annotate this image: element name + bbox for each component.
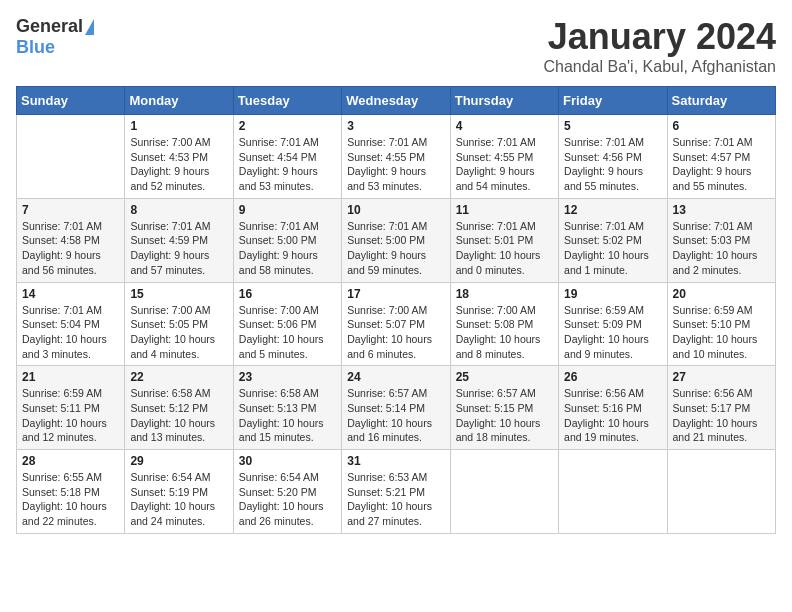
day-detail: Sunrise: 6:54 AMSunset: 5:19 PMDaylight:…	[130, 470, 227, 529]
day-detail: Sunrise: 6:57 AMSunset: 5:15 PMDaylight:…	[456, 386, 553, 445]
day-of-week-saturday: Saturday	[667, 87, 775, 115]
calendar-cell	[450, 450, 558, 534]
calendar-cell: 29Sunrise: 6:54 AMSunset: 5:19 PMDayligh…	[125, 450, 233, 534]
day-number: 10	[347, 203, 444, 217]
calendar-cell: 13Sunrise: 7:01 AMSunset: 5:03 PMDayligh…	[667, 198, 775, 282]
calendar-cell: 21Sunrise: 6:59 AMSunset: 5:11 PMDayligh…	[17, 366, 125, 450]
calendar-cell: 15Sunrise: 7:00 AMSunset: 5:05 PMDayligh…	[125, 282, 233, 366]
day-detail: Sunrise: 7:01 AMSunset: 4:55 PMDaylight:…	[347, 135, 444, 194]
calendar-cell	[667, 450, 775, 534]
day-detail: Sunrise: 7:01 AMSunset: 5:03 PMDaylight:…	[673, 219, 770, 278]
day-number: 7	[22, 203, 119, 217]
calendar-cell: 11Sunrise: 7:01 AMSunset: 5:01 PMDayligh…	[450, 198, 558, 282]
calendar-cell: 12Sunrise: 7:01 AMSunset: 5:02 PMDayligh…	[559, 198, 667, 282]
page-header: General Blue January 2024 Chandal Ba'i, …	[16, 16, 776, 76]
day-detail: Sunrise: 7:01 AMSunset: 5:02 PMDaylight:…	[564, 219, 661, 278]
calendar-cell: 4Sunrise: 7:01 AMSunset: 4:55 PMDaylight…	[450, 115, 558, 199]
calendar-week-1: 1Sunrise: 7:00 AMSunset: 4:53 PMDaylight…	[17, 115, 776, 199]
calendar-cell: 8Sunrise: 7:01 AMSunset: 4:59 PMDaylight…	[125, 198, 233, 282]
day-of-week-monday: Monday	[125, 87, 233, 115]
day-number: 17	[347, 287, 444, 301]
day-detail: Sunrise: 7:01 AMSunset: 4:58 PMDaylight:…	[22, 219, 119, 278]
calendar-body: 1Sunrise: 7:00 AMSunset: 4:53 PMDaylight…	[17, 115, 776, 534]
day-detail: Sunrise: 7:01 AMSunset: 5:00 PMDaylight:…	[347, 219, 444, 278]
day-detail: Sunrise: 7:01 AMSunset: 4:56 PMDaylight:…	[564, 135, 661, 194]
day-detail: Sunrise: 6:58 AMSunset: 5:12 PMDaylight:…	[130, 386, 227, 445]
calendar-cell: 3Sunrise: 7:01 AMSunset: 4:55 PMDaylight…	[342, 115, 450, 199]
day-number: 6	[673, 119, 770, 133]
calendar-cell: 1Sunrise: 7:00 AMSunset: 4:53 PMDaylight…	[125, 115, 233, 199]
calendar-cell	[559, 450, 667, 534]
day-number: 23	[239, 370, 336, 384]
logo-blue-text: Blue	[16, 37, 55, 57]
logo-general-text: General	[16, 16, 83, 37]
day-number: 22	[130, 370, 227, 384]
day-detail: Sunrise: 6:54 AMSunset: 5:20 PMDaylight:…	[239, 470, 336, 529]
calendar-week-5: 28Sunrise: 6:55 AMSunset: 5:18 PMDayligh…	[17, 450, 776, 534]
day-detail: Sunrise: 7:01 AMSunset: 5:04 PMDaylight:…	[22, 303, 119, 362]
day-number: 2	[239, 119, 336, 133]
day-detail: Sunrise: 6:53 AMSunset: 5:21 PMDaylight:…	[347, 470, 444, 529]
day-number: 24	[347, 370, 444, 384]
day-detail: Sunrise: 6:59 AMSunset: 5:11 PMDaylight:…	[22, 386, 119, 445]
calendar-cell: 16Sunrise: 7:00 AMSunset: 5:06 PMDayligh…	[233, 282, 341, 366]
day-detail: Sunrise: 7:01 AMSunset: 4:59 PMDaylight:…	[130, 219, 227, 278]
day-number: 30	[239, 454, 336, 468]
logo: General Blue	[16, 16, 94, 58]
day-detail: Sunrise: 6:58 AMSunset: 5:13 PMDaylight:…	[239, 386, 336, 445]
day-of-week-friday: Friday	[559, 87, 667, 115]
day-of-week-sunday: Sunday	[17, 87, 125, 115]
day-number: 25	[456, 370, 553, 384]
day-detail: Sunrise: 6:55 AMSunset: 5:18 PMDaylight:…	[22, 470, 119, 529]
day-of-week-wednesday: Wednesday	[342, 87, 450, 115]
day-number: 26	[564, 370, 661, 384]
day-number: 12	[564, 203, 661, 217]
calendar-cell: 17Sunrise: 7:00 AMSunset: 5:07 PMDayligh…	[342, 282, 450, 366]
page-subtitle: Chandal Ba'i, Kabul, Afghanistan	[543, 58, 776, 76]
day-detail: Sunrise: 7:00 AMSunset: 4:53 PMDaylight:…	[130, 135, 227, 194]
day-number: 4	[456, 119, 553, 133]
calendar-cell: 5Sunrise: 7:01 AMSunset: 4:56 PMDaylight…	[559, 115, 667, 199]
day-number: 16	[239, 287, 336, 301]
day-detail: Sunrise: 6:56 AMSunset: 5:17 PMDaylight:…	[673, 386, 770, 445]
calendar-cell: 30Sunrise: 6:54 AMSunset: 5:20 PMDayligh…	[233, 450, 341, 534]
day-detail: Sunrise: 7:00 AMSunset: 5:08 PMDaylight:…	[456, 303, 553, 362]
calendar-cell: 20Sunrise: 6:59 AMSunset: 5:10 PMDayligh…	[667, 282, 775, 366]
day-detail: Sunrise: 6:59 AMSunset: 5:10 PMDaylight:…	[673, 303, 770, 362]
calendar-cell: 14Sunrise: 7:01 AMSunset: 5:04 PMDayligh…	[17, 282, 125, 366]
calendar-cell: 2Sunrise: 7:01 AMSunset: 4:54 PMDaylight…	[233, 115, 341, 199]
day-of-week-tuesday: Tuesday	[233, 87, 341, 115]
day-number: 29	[130, 454, 227, 468]
days-of-week-row: SundayMondayTuesdayWednesdayThursdayFrid…	[17, 87, 776, 115]
calendar-cell: 10Sunrise: 7:01 AMSunset: 5:00 PMDayligh…	[342, 198, 450, 282]
day-number: 19	[564, 287, 661, 301]
calendar-cell: 28Sunrise: 6:55 AMSunset: 5:18 PMDayligh…	[17, 450, 125, 534]
day-number: 20	[673, 287, 770, 301]
day-detail: Sunrise: 7:00 AMSunset: 5:05 PMDaylight:…	[130, 303, 227, 362]
day-detail: Sunrise: 7:01 AMSunset: 4:57 PMDaylight:…	[673, 135, 770, 194]
day-number: 1	[130, 119, 227, 133]
day-number: 18	[456, 287, 553, 301]
calendar-cell	[17, 115, 125, 199]
day-number: 3	[347, 119, 444, 133]
day-detail: Sunrise: 7:00 AMSunset: 5:07 PMDaylight:…	[347, 303, 444, 362]
calendar-table: SundayMondayTuesdayWednesdayThursdayFrid…	[16, 86, 776, 534]
logo-triangle-icon	[85, 19, 94, 35]
calendar-week-3: 14Sunrise: 7:01 AMSunset: 5:04 PMDayligh…	[17, 282, 776, 366]
day-number: 8	[130, 203, 227, 217]
day-number: 5	[564, 119, 661, 133]
calendar-cell: 22Sunrise: 6:58 AMSunset: 5:12 PMDayligh…	[125, 366, 233, 450]
calendar-week-2: 7Sunrise: 7:01 AMSunset: 4:58 PMDaylight…	[17, 198, 776, 282]
calendar-cell: 19Sunrise: 6:59 AMSunset: 5:09 PMDayligh…	[559, 282, 667, 366]
calendar-cell: 9Sunrise: 7:01 AMSunset: 5:00 PMDaylight…	[233, 198, 341, 282]
day-detail: Sunrise: 7:00 AMSunset: 5:06 PMDaylight:…	[239, 303, 336, 362]
calendar-cell: 26Sunrise: 6:56 AMSunset: 5:16 PMDayligh…	[559, 366, 667, 450]
day-number: 31	[347, 454, 444, 468]
day-detail: Sunrise: 7:01 AMSunset: 5:00 PMDaylight:…	[239, 219, 336, 278]
calendar-week-4: 21Sunrise: 6:59 AMSunset: 5:11 PMDayligh…	[17, 366, 776, 450]
day-number: 9	[239, 203, 336, 217]
title-block: January 2024 Chandal Ba'i, Kabul, Afghan…	[543, 16, 776, 76]
day-number: 13	[673, 203, 770, 217]
day-number: 27	[673, 370, 770, 384]
page-title: January 2024	[543, 16, 776, 58]
